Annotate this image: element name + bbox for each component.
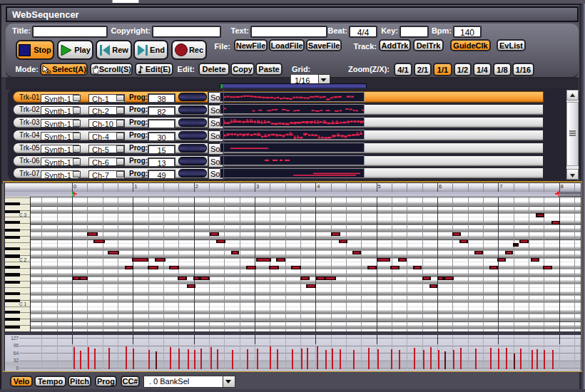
svg-text:127: 127 xyxy=(11,336,19,341)
svg-text:5: 5 xyxy=(378,183,381,190)
svg-text:96: 96 xyxy=(14,343,19,348)
svg-text:4: 4 xyxy=(317,183,320,190)
svg-text:2: 2 xyxy=(195,183,198,190)
svg-text:0: 0 xyxy=(16,366,19,371)
svg-text:6: 6 xyxy=(439,183,442,190)
svg-text:C 3: C 3 xyxy=(19,212,27,217)
svg-text:0: 0 xyxy=(73,183,76,190)
svg-text:C 1: C 1 xyxy=(19,301,27,306)
svg-text:C 2: C 2 xyxy=(19,257,27,262)
svg-text:32: 32 xyxy=(14,358,19,363)
svg-text:7: 7 xyxy=(499,183,502,190)
svg-text:64: 64 xyxy=(14,351,19,356)
svg-text:3: 3 xyxy=(256,183,259,190)
svg-text:8: 8 xyxy=(561,183,564,190)
svg-text:1: 1 xyxy=(134,183,137,190)
